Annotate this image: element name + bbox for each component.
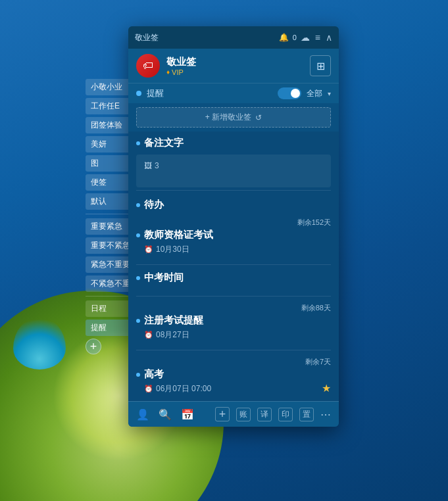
todo-item-2-title-row: 中考时间 xyxy=(136,272,331,284)
note-section-title: 备注文字 xyxy=(144,137,184,149)
todo-item-1-title: 教师资格证考试 xyxy=(144,229,213,241)
vip-diamond-icon: ♦ xyxy=(166,68,170,76)
app-title-block: 敬业签 ♦ VIP xyxy=(166,56,303,76)
todo-item-1[interactable]: 剩余152天 教师资格证考试 ⏰ 10月30日 xyxy=(128,214,339,262)
sidebar-add-button[interactable]: + xyxy=(86,339,101,354)
user-button[interactable]: 👤 xyxy=(136,408,149,421)
item-dot xyxy=(136,233,140,237)
sidebar-item-label: 团签体验 xyxy=(91,120,122,131)
add-new-button[interactable]: + 新增敬业签 ↺ xyxy=(136,107,331,128)
cloud-icon[interactable]: ☁ xyxy=(301,33,310,42)
item-dot xyxy=(136,276,140,280)
todo-item-3-title: 注册考试提醒 xyxy=(144,314,203,327)
app-logo: 🏷 xyxy=(136,54,160,78)
clock-icon: ⏰ xyxy=(144,245,153,254)
table-button[interactable]: 置 xyxy=(299,408,314,421)
todo-item-1-meta: 剩余152天 xyxy=(136,218,331,227)
todo-item-1-date: ⏰ 10月30日 xyxy=(136,244,331,255)
calendar-icon: ⊞ xyxy=(316,60,325,72)
title-bar-app-name: 敬业签 xyxy=(135,32,275,43)
sidebar-item-label: 默认 xyxy=(91,196,107,207)
todo-item-3-meta: 剩余88天 xyxy=(136,303,331,313)
notification-icon: 🔔 xyxy=(279,33,289,42)
todo-item-4-meta: 剩余7天 xyxy=(136,357,331,367)
clock-icon: ⏰ xyxy=(144,385,153,393)
todo-item-2[interactable]: 中考时间 xyxy=(128,268,339,293)
bottom-toolbar: 👤 🔍 📅 + 账 译 印 置 ⋯ xyxy=(128,401,339,427)
clock-icon: ⏰ xyxy=(144,331,153,339)
todo-item-3-date-text: 08月27日 xyxy=(156,329,189,341)
divider2 xyxy=(136,264,331,265)
toggle-switch[interactable] xyxy=(278,87,301,99)
item-dot xyxy=(136,373,140,377)
bottom-add-button[interactable]: + xyxy=(215,407,230,421)
content-area: 备注文字 🖼 3 待办 剩余152天 教师资格证考试 ⏰ 10 xyxy=(128,131,339,401)
vip-badge: ♦ VIP xyxy=(166,68,303,76)
todo-item-4[interactable]: 剩余7天 高考 ⏰ 06月07日 07:00 ★ xyxy=(128,353,339,401)
app-header: 🏷 敬业签 ♦ VIP ⊞ xyxy=(128,49,339,83)
calendar-button[interactable]: ⊞ xyxy=(310,55,331,76)
menu-icon[interactable]: ≡ xyxy=(315,33,320,42)
translate-button[interactable]: 译 xyxy=(257,408,272,421)
sidebar-item-label: 紧急不重要 xyxy=(91,259,130,270)
todo-item-2-title: 中考时间 xyxy=(144,272,184,284)
todo-item-3[interactable]: 剩余88天 注册考试提醒 ⏰ 08月27日 xyxy=(128,299,339,347)
divider1 xyxy=(136,190,331,191)
minimize-icon[interactable]: ∧ xyxy=(326,33,332,42)
sidebar-item-label: 重要不紧急 xyxy=(91,240,130,251)
todo-section-header: 待办 xyxy=(128,193,339,214)
app-window: 敬业签 🔔 0 ☁ ≡ ∧ 🏷 敬业签 ♦ VIP ⊞ 提醒 全部 ▾ xyxy=(128,26,339,427)
print-button[interactable]: 印 xyxy=(278,408,293,421)
todo-item-1-remaining: 剩余152天 xyxy=(297,218,331,227)
todo-item-3-date: ⏰ 08月27日 xyxy=(136,329,331,341)
title-bar-controls: ☁ ≡ ∧ xyxy=(301,33,332,42)
bottom-right-actions: + 账 译 印 置 ⋯ xyxy=(215,407,331,421)
note-card[interactable]: 🖼 3 xyxy=(136,155,331,187)
toolbar-dot xyxy=(136,91,141,96)
sidebar-item-label: 工作任E xyxy=(91,101,120,112)
note-card-footer: 🖼 3 xyxy=(144,161,323,170)
vip-label: VIP xyxy=(172,68,184,76)
item-dot xyxy=(136,319,140,323)
star-icon[interactable]: ★ xyxy=(322,382,331,394)
search-button[interactable]: 🔍 xyxy=(159,408,172,421)
todo-item-4-date-text: 06月07日 07:00 xyxy=(156,383,211,394)
todo-item-4-title-row: 高考 xyxy=(136,368,331,381)
app-title-name: 敬业签 xyxy=(166,56,303,68)
account-button[interactable]: 账 xyxy=(236,408,251,421)
more-button[interactable]: ⋯ xyxy=(320,408,331,421)
section-dot xyxy=(136,141,140,145)
calendar-bottom-button[interactable]: 📅 xyxy=(181,408,194,421)
todo-section-title: 待办 xyxy=(144,199,164,211)
todo-item-3-title-row: 注册考试提醒 xyxy=(136,314,331,327)
divider4 xyxy=(136,350,331,350)
sidebar-item-label: 小敬小业 xyxy=(91,82,122,93)
todo-item-1-date-text: 10月30日 xyxy=(156,244,189,255)
sidebar-item-label: 提醒 xyxy=(91,322,107,333)
add-icon: + xyxy=(90,340,97,354)
todo-item-1-title-row: 教师资格证考试 xyxy=(136,229,331,241)
bottom-left-actions: 👤 🔍 📅 xyxy=(136,408,206,421)
add-icon: + xyxy=(219,408,226,421)
add-new-label: + 新增敬业签 xyxy=(205,112,251,123)
toolbar-reminder-label: 提醒 xyxy=(147,87,272,99)
title-bar: 敬业签 🔔 0 ☁ ≡ ∧ xyxy=(128,26,339,49)
todo-item-3-remaining: 剩余88天 xyxy=(301,303,331,313)
divider3 xyxy=(136,296,331,297)
sidebar-item-label: 美妍 xyxy=(91,139,107,150)
todo-item-4-title: 高考 xyxy=(144,368,164,381)
todo-item-4-remaining: 剩余7天 xyxy=(305,357,331,367)
group-label-text: 重要紧急 xyxy=(91,221,122,232)
todo-item-4-date: ⏰ 06月07日 07:00 xyxy=(136,383,331,394)
note-section-header: 备注文字 xyxy=(128,131,339,152)
sidebar-item-label: 图 xyxy=(91,158,99,169)
dropdown-icon[interactable]: ▾ xyxy=(328,90,331,97)
logo-icon: 🏷 xyxy=(143,60,153,72)
image-icon: 🖼 xyxy=(144,161,152,170)
image-count: 3 xyxy=(155,161,159,170)
app-toolbar: 提醒 全部 ▾ xyxy=(128,83,339,103)
sidebar-item-label: 日程 xyxy=(91,303,107,314)
todo-dot xyxy=(136,203,140,207)
refresh-icon: ↺ xyxy=(255,113,262,122)
sidebar-item-label: 便签 xyxy=(91,177,107,188)
